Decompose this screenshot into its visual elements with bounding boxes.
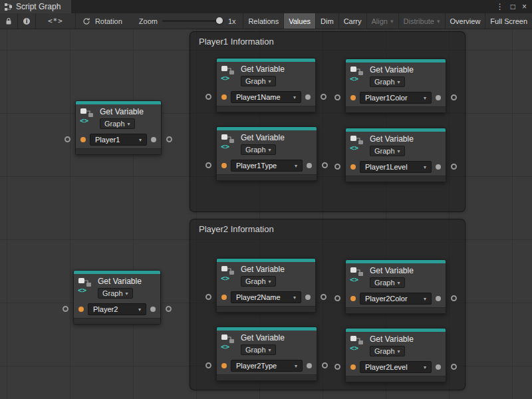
variable-dropdown-label: Player1 [95, 136, 120, 144]
input-port[interactable] [205, 94, 211, 100]
zoom-slider[interactable] [162, 20, 223, 22]
node-header: <> Get Variable Graph [217, 262, 315, 289]
svg-text:<>: <> [221, 274, 230, 282]
get-variable-node-player1name[interactable]: <> Get Variable Graph Player1Name [216, 58, 316, 112]
tab-script-graph[interactable]: Script Graph [0, 0, 71, 13]
node-footer [76, 148, 161, 154]
output-port[interactable] [166, 136, 172, 142]
node-header-text: Get Variable Graph [370, 65, 414, 87]
variable-dropdown-label: Player2Color [365, 295, 408, 303]
variable-dropdown[interactable]: Player2Color [360, 293, 432, 305]
graph-dropdown[interactable]: Graph [370, 76, 405, 87]
graph-dropdown[interactable]: Graph [241, 344, 276, 355]
output-port[interactable] [321, 94, 327, 100]
get-variable-node-player2type[interactable]: <> Get Variable Graph Player2Type [216, 327, 317, 381]
toolbar-button-dim[interactable]: Dim [315, 13, 338, 29]
variable-dropdown-label: Player1Type [236, 162, 277, 170]
get-variable-node-player1color[interactable]: <> Get Variable Graph Player1Color [345, 59, 446, 113]
graph-dropdown-label: Graph [245, 77, 266, 85]
node-footer [217, 106, 315, 112]
get-variable-node-player1type[interactable]: <> Get Variable Graph Player1Type [216, 126, 317, 181]
input-port[interactable] [205, 162, 211, 168]
node-title: Get Variable [241, 65, 285, 74]
toolbar-button-values[interactable]: Values [283, 13, 315, 29]
output-port[interactable] [322, 162, 328, 168]
node-title: Get Variable [241, 133, 285, 142]
node-port-row: Player2Type [217, 357, 317, 374]
input-port[interactable] [205, 362, 211, 368]
output-port[interactable] [322, 362, 328, 368]
output-port[interactable] [451, 295, 457, 301]
node-port-row: Player2 [74, 301, 160, 318]
graph-dropdown[interactable]: Graph [241, 144, 276, 155]
variable-dropdown[interactable]: Player1 [90, 134, 147, 146]
output-port[interactable] [451, 94, 457, 100]
variable-dropdown-label: Player1Color [365, 94, 408, 102]
node-port-row: Player1Level [346, 158, 446, 176]
node-header: <> Get Variable Graph [346, 63, 446, 89]
output-value-dot [307, 363, 312, 368]
output-port[interactable] [321, 294, 327, 300]
input-port[interactable] [334, 364, 340, 370]
lock-button[interactable] [0, 13, 18, 29]
flow-graph-icon: <> [221, 333, 237, 350]
variable-dropdown-label: Player1Name [236, 93, 281, 101]
toolbar-button-relations[interactable]: Relations [243, 13, 283, 29]
output-port[interactable] [451, 164, 457, 170]
variable-dropdown[interactable]: Player1Name [231, 91, 301, 103]
title-bar: Script Graph ⋮ □ × [0, 0, 532, 13]
variable-dropdown-label: Player1Level [365, 163, 408, 171]
get-variable-node-player2name[interactable]: <> Get Variable Graph Player2Name [216, 258, 316, 313]
input-port[interactable] [334, 295, 340, 301]
toolbar-button-overview[interactable]: Overview [445, 13, 485, 29]
graph-dropdown[interactable]: Graph [241, 76, 276, 86]
get-variable-node-player2color[interactable]: <> Get Variable Graph Player2Color [345, 259, 446, 314]
code-view-button[interactable]: <*> [36, 13, 76, 29]
variable-dropdown[interactable]: Player1Type [231, 160, 303, 172]
output-port[interactable] [451, 364, 457, 370]
graph-dropdown[interactable]: Graph [370, 146, 405, 156]
zoom-slider-handle[interactable] [216, 17, 223, 24]
graph-canvas[interactable]: Player1 Information Player2 Information … [0, 29, 532, 399]
graph-dropdown[interactable]: Graph [100, 118, 135, 129]
input-port[interactable] [65, 136, 70, 142]
variable-dropdown[interactable]: Player1Color [360, 92, 432, 104]
toolbar-button-carry[interactable]: Carry [338, 13, 366, 29]
input-port[interactable] [63, 306, 68, 312]
graph-dropdown[interactable]: Graph [241, 276, 276, 287]
graph-dropdown[interactable]: Graph [370, 346, 405, 356]
graph-dropdown[interactable]: Graph [370, 277, 405, 288]
svg-text:<>: <> [350, 344, 359, 352]
flow-graph-icon: <> [221, 265, 237, 282]
graph-dropdown-label: Graph [245, 346, 266, 354]
graph-dropdown[interactable]: Graph [98, 288, 133, 299]
output-value-dot [305, 94, 311, 100]
input-port[interactable] [205, 294, 211, 300]
variable-dropdown[interactable]: Player2 [88, 303, 146, 315]
close-icon[interactable]: × [522, 3, 527, 11]
info-button[interactable]: i [18, 13, 36, 29]
group-title[interactable]: Player1 Information [190, 32, 465, 51]
node-header: <> Get Variable Graph [76, 104, 161, 131]
menu-icon[interactable]: ⋮ [496, 3, 504, 11]
svg-text:<>: <> [350, 74, 359, 82]
get-variable-node-player1[interactable]: <> Get Variable Graph Player1 [75, 100, 162, 155]
group-title[interactable]: Player2 Information [190, 219, 465, 239]
get-variable-node-player2level[interactable]: <> Get Variable Graph Player2Level [345, 328, 446, 382]
input-port[interactable] [334, 164, 340, 170]
variable-dropdown[interactable]: Player2Level [360, 361, 432, 373]
get-variable-node-player1level[interactable]: <> Get Variable Graph Player1Level [345, 128, 446, 182]
svg-text:<>: <> [78, 286, 87, 294]
toolbar-button-full-screen[interactable]: Full Screen [485, 13, 532, 29]
maximize-icon[interactable]: □ [511, 3, 515, 11]
output-port[interactable] [166, 306, 172, 312]
get-variable-node-player2[interactable]: <> Get Variable Graph Player2 [73, 270, 161, 325]
input-port[interactable] [334, 94, 340, 100]
variable-dropdown[interactable]: Player2Name [231, 291, 301, 303]
svg-text:<>: <> [221, 74, 230, 82]
node-header: <> Get Variable Graph [217, 62, 315, 88]
node-port-row: Player2Name [217, 289, 315, 306]
variable-dropdown[interactable]: Player2Type [231, 360, 303, 372]
node-header-text: Get Variable Graph [370, 266, 414, 288]
variable-dropdown[interactable]: Player1Level [360, 161, 432, 173]
